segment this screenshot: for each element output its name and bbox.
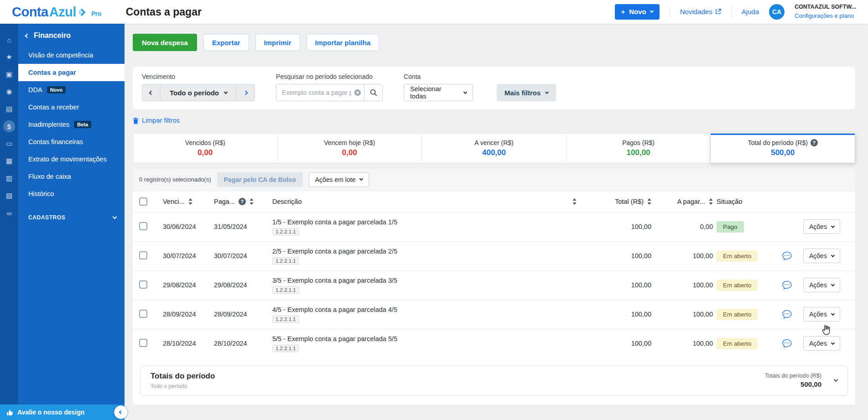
chevron-left-icon xyxy=(25,33,30,38)
integrations-link-icon[interactable]: ∞ xyxy=(3,207,15,219)
clear-search-icon[interactable] xyxy=(354,89,361,96)
period-totals-subtitle: Todo o período xyxy=(151,383,215,389)
star-icon[interactable]: ★ xyxy=(3,51,15,63)
total-cell: 100,00 xyxy=(583,252,651,259)
comment-button[interactable] xyxy=(782,280,803,290)
sidebar-item-dda[interactable]: DDANovo xyxy=(18,81,125,99)
sidebar-item-historico[interactable]: Histórico xyxy=(18,185,125,202)
sidebar-item-extrato-de-movimentacoes[interactable]: Extrato de movimentações xyxy=(18,150,125,168)
actions-toolbar: Nova despesa Exportar Imprimir Importar … xyxy=(133,34,855,51)
to-pay-cell: 100,00 xyxy=(651,340,713,347)
pagar-ca-bolso-button[interactable]: Pagar pelo CA de Bolso xyxy=(217,172,303,187)
period-totals-title: Totais do período xyxy=(151,372,215,381)
summary-value: 400,00 xyxy=(426,148,561,157)
row-actions-button[interactable]: Ações xyxy=(803,278,840,292)
summary-tab-pagos-r[interactable]: Pagos (R$)100,00 xyxy=(567,134,711,163)
sidebar-item-label: Contas financeiras xyxy=(28,138,83,145)
sidebar-item-contas-a-receber[interactable]: Contas a receber xyxy=(18,99,125,116)
column-label: Situação xyxy=(717,198,742,205)
design-feedback-bar[interactable]: Avalie o nosso design xyxy=(0,404,125,420)
select-all-checkbox[interactable] xyxy=(139,197,147,206)
chevron-right-icon xyxy=(244,90,248,95)
account-settings-link[interactable]: Configurações e plano xyxy=(795,12,854,19)
row-checkbox[interactable] xyxy=(139,280,147,289)
sidebar-item-fluxo-de-caixa[interactable]: Fluxo de caixa xyxy=(18,168,125,185)
row-checkbox[interactable] xyxy=(139,310,147,318)
plus-icon: + xyxy=(621,8,625,16)
exportar-button[interactable]: Exportar xyxy=(203,34,249,51)
finance-dollar-icon[interactable]: $ xyxy=(3,120,15,132)
summary-tab-vencidos-r[interactable]: Vencidos (R$)0,00 xyxy=(133,134,278,163)
column-header-vencimento[interactable]: Venci... xyxy=(163,198,214,205)
account-info: CONTAAZUL SOFTW... Configurações e plano xyxy=(795,3,856,20)
summary-tab-a-vencer-r[interactable]: A vencer (R$)400,00 xyxy=(422,134,567,163)
sort-icon[interactable] xyxy=(188,198,192,205)
search-input[interactable] xyxy=(276,89,354,96)
sidebar-collapse-button[interactable] xyxy=(114,405,128,419)
next-period-button[interactable] xyxy=(236,84,255,101)
conta-select[interactable]: Selecionar todas xyxy=(404,84,473,101)
comment-button[interactable] xyxy=(782,310,803,319)
help-icon[interactable]: ? xyxy=(811,139,818,146)
sidebar-item-inadimplentes[interactable]: InadimplentesBeta xyxy=(18,116,125,133)
sidebar-item-contas-financeiras[interactable]: Contas financeiras xyxy=(18,133,125,150)
expand-totals-button[interactable] xyxy=(834,379,837,381)
importar-planilha-button[interactable]: Importar planilha xyxy=(307,34,379,51)
row-actions-button[interactable]: Ações xyxy=(803,307,840,321)
chart-line-icon[interactable]: ▥ xyxy=(3,172,15,184)
sidebar-item-visao-de-competencia[interactable]: Visão de competência xyxy=(18,47,125,64)
limpar-filtros-label: Limpar filtros xyxy=(142,117,180,124)
previous-period-button[interactable] xyxy=(142,84,161,101)
row-actions-button[interactable]: Ações xyxy=(803,219,840,234)
sidebar-section-title: Financeiro xyxy=(34,31,71,40)
card-icon[interactable]: ▭ xyxy=(3,138,15,150)
summary-tab-vencem-hoje-r[interactable]: Vencem hoje (R$)0,00 xyxy=(278,134,422,163)
acoes-em-lote-button[interactable]: Ações em lote xyxy=(309,172,369,187)
imprimir-button[interactable]: Imprimir xyxy=(255,34,300,51)
table-row: 28/09/202428/09/20244/5 - Exemplo conta … xyxy=(133,300,855,329)
sort-icon[interactable] xyxy=(572,198,577,205)
row-actions-button[interactable]: Ações xyxy=(803,336,840,351)
comment-button[interactable] xyxy=(782,251,803,260)
sidebar-item-cadastros[interactable]: CADASTROS xyxy=(18,214,125,221)
row-checkbox[interactable] xyxy=(139,339,147,347)
row-checkbox[interactable] xyxy=(139,222,147,230)
search-button[interactable] xyxy=(364,84,382,101)
clipboard-icon[interactable]: ▧ xyxy=(3,190,15,202)
sales-icon[interactable]: ▣ xyxy=(3,68,15,80)
marketing-icon[interactable]: ◉ xyxy=(3,86,15,98)
column-header-total[interactable]: Total (R$) xyxy=(583,198,651,205)
conta-label: Conta xyxy=(404,73,473,80)
chart-bar-icon[interactable]: ▦ xyxy=(3,155,15,167)
sort-icon[interactable] xyxy=(249,198,254,205)
column-header-apagar[interactable]: A pagar... xyxy=(651,198,713,205)
sidebar-item-contas-a-pagar[interactable]: Contas a pagar xyxy=(18,64,125,81)
limpar-filtros-link[interactable]: Limpar filtros xyxy=(133,117,180,124)
account-avatar[interactable]: CA xyxy=(769,4,785,20)
financeiro-back-button[interactable]: Financeiro xyxy=(18,24,125,47)
column-header-pagamento[interactable]: Paga... ? xyxy=(214,198,272,205)
sidebar-item-label: Visão de competência xyxy=(28,52,93,59)
period-dropdown[interactable]: Todo o período xyxy=(161,84,236,101)
row-actions-button[interactable]: Ações xyxy=(803,249,840,263)
home-icon[interactable]: ⌂ xyxy=(3,34,15,46)
comment-button[interactable] xyxy=(782,339,803,348)
invoice-icon[interactable]: ▤ xyxy=(3,103,15,115)
ajuda-link[interactable]: Ajuda xyxy=(742,8,759,16)
novo-button[interactable]: + Novo xyxy=(615,4,660,20)
logo-text-azul: Azul xyxy=(49,5,76,20)
help-icon[interactable]: ? xyxy=(239,198,246,205)
mais-filtros-button[interactable]: Mais filtros xyxy=(497,84,556,101)
sort-icon[interactable] xyxy=(709,198,713,205)
contaazul-logo[interactable]: Conta Azul Pro xyxy=(12,4,101,20)
novidades-link[interactable]: Novidades xyxy=(680,8,721,16)
summary-tab-total-do-periodo-r[interactable]: Total do período (R$)?500,00 xyxy=(711,134,855,163)
category-tag: 1.2.2.1.1 xyxy=(272,257,299,264)
summary-tabs: Vencidos (R$)0,00Vencem hoje (R$)0,00A v… xyxy=(133,133,855,163)
column-header-descricao[interactable]: Descrição xyxy=(272,198,583,205)
nova-despesa-button[interactable]: Nova despesa xyxy=(133,34,197,51)
chevron-down-icon xyxy=(463,90,467,93)
to-pay-cell: 100,00 xyxy=(651,281,713,289)
sort-icon[interactable] xyxy=(647,198,651,205)
row-checkbox[interactable] xyxy=(139,251,147,259)
